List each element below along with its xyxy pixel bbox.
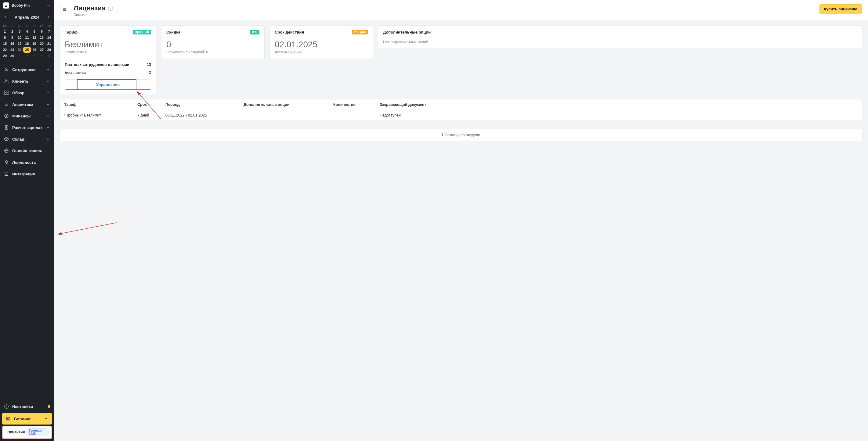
calendar-day[interactable]: 28	[45, 47, 53, 53]
calendar-day[interactable]: 6	[38, 28, 45, 34]
calendar-day[interactable]: 27	[38, 47, 45, 53]
nav-label: Настройки	[12, 404, 45, 409]
calendar-day[interactable]: 23	[8, 47, 16, 53]
calendar-day[interactable]: 13	[38, 34, 45, 40]
table-header-cell: Период	[165, 102, 244, 107]
nav-label: Лояльность	[12, 160, 50, 165]
calendar-day[interactable]: 29	[1, 53, 8, 59]
nav-label: Склад	[12, 137, 42, 141]
svg-point-11	[6, 128, 7, 128]
nav-billing[interactable]: Биллинг	[2, 413, 52, 425]
nav-item[interactable]: Расчет зарплат	[0, 122, 54, 133]
table-header-cell: Тариф	[64, 102, 137, 107]
svg-point-2	[7, 80, 8, 81]
nav-settings[interactable]: Настройки	[0, 401, 54, 412]
nav-item[interactable]: Онлайн-запись	[0, 145, 54, 157]
calendar-day[interactable]: 10	[16, 34, 23, 40]
notification-dot	[48, 405, 50, 408]
calendar-day[interactable]: 17	[16, 40, 23, 47]
chevron-up-icon	[44, 416, 49, 421]
calc-icon	[4, 125, 9, 130]
nav-item[interactable]: Сотрудники	[0, 64, 54, 75]
calendar-day[interactable]: 16	[8, 40, 16, 47]
table-header-cell: Срок	[137, 102, 165, 107]
svg-rect-3	[5, 91, 6, 93]
info-icon: ℹ	[442, 133, 444, 137]
calendar-day[interactable]: 4	[23, 28, 31, 34]
help-link[interactable]: ℹ Помощь по разделу	[60, 129, 863, 141]
calendar-day[interactable]: 30	[8, 53, 16, 59]
calendar-day[interactable]: 12	[31, 34, 38, 40]
app-logo: ▲	[3, 2, 9, 8]
info-icon[interactable]: i	[108, 6, 113, 11]
badge-discount: 0 %	[250, 30, 259, 34]
sub-label: Лицензия	[7, 430, 25, 434]
expiry-sub: Дата окончания	[275, 50, 368, 54]
nav-item[interactable]: Интеграции	[0, 168, 54, 180]
card-options: Дополнительные опции Нет подключенных оп…	[378, 25, 863, 49]
svg-rect-20	[7, 418, 9, 419]
free-value: 2	[149, 70, 151, 75]
nav-item[interactable]: Обзор	[0, 87, 54, 99]
svg-point-15	[7, 128, 7, 128]
account-switcher[interactable]: ▲ Bobby Pin	[0, 0, 54, 11]
box-icon	[4, 136, 9, 142]
calendar-day[interactable]: 1	[1, 28, 8, 34]
calendar-next[interactable]	[45, 14, 52, 21]
nav-sub-license[interactable]: Лицензия 2 января 2025	[2, 426, 52, 439]
calendar-day[interactable]: 19	[31, 40, 38, 47]
discount-value: 0	[166, 40, 259, 49]
nav-item[interactable]: Аналитика	[0, 99, 54, 110]
calendar-day[interactable]: 21	[45, 40, 53, 47]
calendar-day[interactable]: 7	[45, 28, 53, 34]
calendar-dow: сб	[38, 23, 45, 28]
manage-button[interactable]: Управление	[65, 79, 151, 90]
calendar-dow: пт	[31, 23, 38, 28]
table-cell: 08.11.2022 - 02.01.2025	[165, 113, 244, 117]
calendar-day[interactable]: 25	[23, 47, 31, 53]
menu-button[interactable]	[60, 5, 69, 14]
calendar-dow: вс	[45, 23, 53, 28]
content: Тариф Пробный Безлимит Стоимость: 0 Плат…	[54, 21, 868, 441]
page-title: Лицензия	[73, 4, 105, 12]
calendar-day[interactable]: 3	[16, 28, 23, 34]
table-header-cell: Количество	[333, 102, 380, 107]
globe-icon	[4, 148, 9, 154]
options-empty: Нет подключенных опций	[383, 40, 857, 44]
calendar-day[interactable]: 26	[31, 47, 38, 53]
sidebar: ▲ Bobby Pin Апрель 2024 пнвтсрчтптсбвс12…	[0, 0, 54, 441]
svg-rect-4	[7, 91, 8, 93]
calendar-day[interactable]: 20	[38, 40, 45, 47]
nav-item[interactable]: Лояльность	[0, 157, 54, 168]
calendar-day[interactable]: 15	[1, 40, 8, 47]
nav-item[interactable]: Склад	[0, 133, 54, 145]
nav-item[interactable]: Финансы	[0, 110, 54, 122]
svg-rect-19	[6, 417, 10, 420]
card-tariff: Тариф Пробный Безлимит Стоимость: 0 Плат…	[60, 25, 156, 94]
calendar-day[interactable]: 5	[31, 28, 38, 34]
calendar-day[interactable]: 24	[16, 47, 23, 53]
svg-rect-5	[5, 93, 6, 95]
calendar-day[interactable]: 8	[1, 34, 8, 40]
nav-item[interactable]: Клиенты	[0, 75, 54, 87]
grid-icon	[4, 90, 9, 96]
chevron-down-icon	[45, 79, 50, 83]
license-badge: 2 января 2025	[27, 428, 49, 436]
calendar-day[interactable]: 11	[23, 34, 31, 40]
badge-trial: Пробный	[133, 30, 151, 34]
paid-value: 12	[147, 63, 151, 67]
calendar-day[interactable]: 9	[8, 34, 16, 40]
calendar-day[interactable]: 18	[23, 40, 31, 47]
chevron-down-icon	[46, 3, 51, 8]
nav-label: Онлайн-запись	[12, 148, 50, 153]
calendar-day[interactable]: 14	[45, 34, 53, 40]
svg-rect-6	[7, 93, 8, 95]
svg-point-14	[6, 128, 7, 128]
table-cell: "Пробный" Безлимит	[64, 113, 137, 117]
calendar-day[interactable]: 2	[8, 28, 16, 34]
buy-license-button[interactable]: Купить лицензию	[819, 4, 862, 14]
calendar-day[interactable]: 22	[1, 47, 8, 53]
expiry-date: 02.01.2025	[275, 40, 368, 49]
card-expiry: Срок действия 252 дня 02.01.2025 Дата ок…	[270, 25, 373, 59]
calendar-prev[interactable]	[2, 14, 8, 21]
